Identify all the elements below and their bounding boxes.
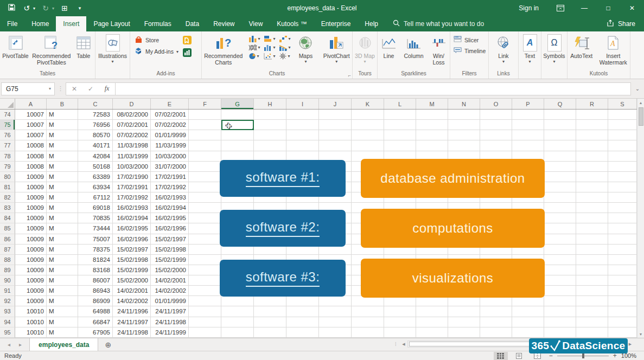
cell-Q91[interactable] xyxy=(544,286,576,296)
cell-A82[interactable]: 10009 xyxy=(15,192,47,203)
cell-E91[interactable]: 14/02/2002 xyxy=(151,286,189,296)
my-addins-button[interactable]: My Add-ins ▾ xyxy=(135,47,178,56)
cell-D93[interactable]: 24/11/1996 xyxy=(113,306,151,317)
row-header-92[interactable]: 92 xyxy=(0,296,15,306)
tab-review[interactable]: Review xyxy=(206,16,241,31)
cell-D87[interactable]: 15/02/1997 xyxy=(113,245,151,255)
cell-D75[interactable]: 07/02/2001 xyxy=(113,120,151,130)
tab-data[interactable]: Data xyxy=(178,16,206,31)
row-header-79[interactable]: 79 xyxy=(0,162,15,172)
cell-C74[interactable]: 72583 xyxy=(78,110,113,120)
cell-G95[interactable] xyxy=(221,327,254,338)
cell-I92[interactable] xyxy=(286,296,319,306)
cell-F90[interactable] xyxy=(189,275,221,286)
cell-B93[interactable]: M xyxy=(47,306,78,317)
cell-G76[interactable] xyxy=(221,130,254,140)
sheet-nav-right-icon[interactable]: ▸ xyxy=(19,342,22,348)
sparkline-winloss-button[interactable]: Win/ Loss xyxy=(428,33,450,66)
bar-chart-icon[interactable]: ▾ xyxy=(264,35,276,42)
cell-D76[interactable]: 07/02/2002 xyxy=(113,130,151,140)
sheet-tab-employees-data[interactable]: employees_data xyxy=(29,338,98,351)
column-header-E[interactable]: E xyxy=(151,99,189,109)
cell-L92[interactable] xyxy=(384,296,416,306)
cell-S79[interactable] xyxy=(608,162,637,172)
cell-E74[interactable]: 07/02/2001 xyxy=(151,110,189,120)
column-chart-icon[interactable]: ▾ xyxy=(248,35,260,42)
cell-M75[interactable] xyxy=(416,120,448,130)
column-header-Q[interactable]: Q xyxy=(544,99,576,109)
customize-qat-icon[interactable]: ▾ xyxy=(75,5,85,11)
cell-R81[interactable] xyxy=(576,182,608,192)
minimize-button[interactable]: — xyxy=(572,0,596,16)
cell-B79[interactable]: M xyxy=(47,162,78,172)
row-header-80[interactable]: 80 xyxy=(0,172,15,182)
cell-F77[interactable] xyxy=(189,140,221,151)
cell-M94[interactable] xyxy=(416,317,448,327)
cell-D79[interactable]: 10/03/2000 xyxy=(113,162,151,172)
cell-M74[interactable] xyxy=(416,110,448,120)
cell-L93[interactable] xyxy=(384,306,416,317)
row-header-81[interactable]: 81 xyxy=(0,182,15,192)
cell-Q88[interactable] xyxy=(544,255,576,265)
cell-Q95[interactable] xyxy=(544,327,576,338)
cell-F94[interactable] xyxy=(189,317,221,327)
cell-S90[interactable] xyxy=(608,275,637,286)
insert-watermark-button[interactable]: A Insert Watermark xyxy=(597,33,630,66)
area-1-box[interactable]: database administration xyxy=(361,159,545,198)
cell-H75[interactable] xyxy=(254,120,286,130)
pivotchart-button[interactable]: PivotChart ▾ xyxy=(321,33,352,64)
scatter-chart-icon[interactable]: ▾ xyxy=(264,53,276,60)
radar-chart-icon[interactable]: ▾ xyxy=(279,53,291,60)
cell-A90[interactable]: 10009 xyxy=(15,275,47,286)
cell-D80[interactable]: 17/02/1990 xyxy=(113,172,151,182)
tell-me-box[interactable]: Tell me what you want to do xyxy=(385,16,492,31)
cell-G94[interactable] xyxy=(221,317,254,327)
column-header-S[interactable]: S xyxy=(608,99,637,109)
cell-K74[interactable] xyxy=(352,110,384,120)
cell-S80[interactable] xyxy=(608,172,637,182)
cell-O93[interactable] xyxy=(480,306,512,317)
cell-S95[interactable] xyxy=(608,327,637,338)
cell-K77[interactable] xyxy=(352,140,384,151)
cell-F88[interactable] xyxy=(189,255,221,265)
tab-formulas[interactable]: Formulas xyxy=(137,16,178,31)
text-button[interactable]: A Text ▾ xyxy=(520,33,540,64)
cell-J92[interactable] xyxy=(319,296,352,306)
column-header-N[interactable]: N xyxy=(448,99,480,109)
expand-formula-bar-icon[interactable]: ⌄ xyxy=(632,86,643,92)
cell-F76[interactable] xyxy=(189,130,221,140)
cell-C89[interactable]: 83168 xyxy=(78,265,113,275)
row-header-77[interactable]: 77 xyxy=(0,140,15,151)
cell-G92[interactable] xyxy=(221,296,254,306)
select-all-button[interactable] xyxy=(0,99,15,109)
column-header-A[interactable]: A xyxy=(15,99,47,109)
cell-L95[interactable] xyxy=(384,327,416,338)
cell-G93[interactable] xyxy=(221,306,254,317)
cell-R80[interactable] xyxy=(576,172,608,182)
cell-D78[interactable]: 11/03/1999 xyxy=(113,151,151,162)
column-header-R[interactable]: R xyxy=(576,99,608,109)
cell-C87[interactable]: 78375 xyxy=(78,245,113,255)
cell-H95[interactable] xyxy=(254,327,286,338)
row-header-82[interactable]: 82 xyxy=(0,192,15,203)
slicer-button[interactable]: Slicer xyxy=(454,36,486,44)
illustrations-button[interactable]: Illustrations ▾ xyxy=(96,33,130,64)
row-header-83[interactable]: 83 xyxy=(0,203,15,213)
cell-M76[interactable] xyxy=(416,130,448,140)
name-box[interactable]: G75 ▾ xyxy=(1,82,55,95)
cell-C76[interactable]: 80570 xyxy=(78,130,113,140)
tab-home[interactable]: Home xyxy=(24,16,56,31)
cell-A74[interactable]: 10007 xyxy=(15,110,47,120)
cell-A84[interactable]: 10009 xyxy=(15,213,47,223)
cell-B94[interactable]: M xyxy=(47,317,78,327)
cell-N94[interactable] xyxy=(448,317,480,327)
column-header-K[interactable]: K xyxy=(352,99,384,109)
cell-R82[interactable] xyxy=(576,192,608,203)
cell-L75[interactable] xyxy=(384,120,416,130)
scroll-up-icon[interactable]: ▲ xyxy=(637,99,644,106)
cell-E81[interactable]: 17/02/1992 xyxy=(151,182,189,192)
line-chart-icon[interactable]: ▾ xyxy=(248,44,260,51)
zoom-slider-thumb[interactable] xyxy=(582,353,584,358)
cell-R93[interactable] xyxy=(576,306,608,317)
cell-I76[interactable] xyxy=(286,130,319,140)
